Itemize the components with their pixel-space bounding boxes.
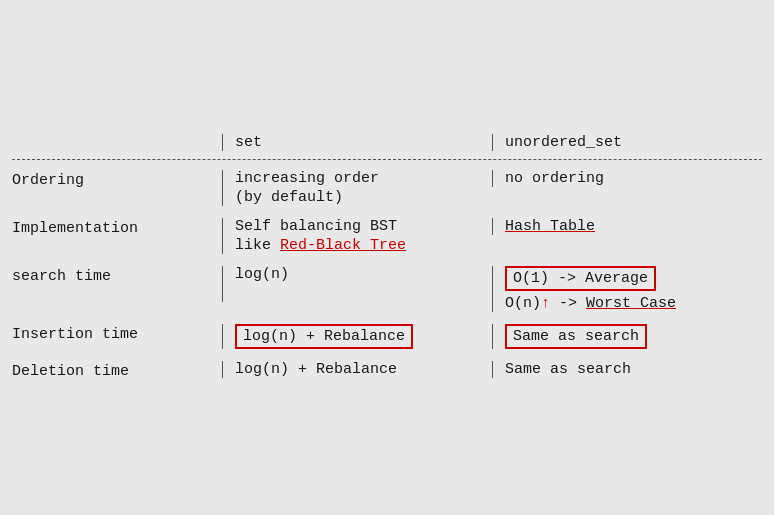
red-black-tree-text: Red-Black Tree [280,237,406,254]
insertion-unordered-box: Same as search [505,324,647,349]
header-set-title: set [235,134,262,151]
insertion-set-box: log(n) + Rebalance [235,324,413,349]
search-time-row: search time log(n) O(1) -> Average O(n)↑… [12,260,762,318]
search-time-set: log(n) [222,266,492,302]
header-set-col: set [222,134,492,151]
implementation-label: Implementation [12,218,222,237]
insertion-time-unordered: Same as search [492,324,762,349]
search-time-unordered: O(1) -> Average O(n)↑ -> Worst Case [492,266,762,312]
header-row: set unordered_set [12,130,762,155]
implementation-unordered: Hash Table [492,218,762,235]
deletion-time-unordered: Same as search [492,361,762,378]
worst-case-text: Worst Case [586,295,676,312]
search-time-label: search time [12,266,222,285]
ordering-set-line1: increasing order [235,170,492,187]
deletion-set-text: log(n) + Rebalance [235,361,397,378]
ordering-row: Ordering increasing order (by default) n… [12,164,762,212]
header-unordered-title: unordered_set [505,134,622,151]
ordering-set: increasing order (by default) [222,170,492,206]
deletion-time-row: Deletion time log(n) + Rebalance Same as… [12,355,762,386]
ordering-set-line2: (by default) [235,189,492,206]
ordering-unordered: no ordering [492,170,762,187]
hash-table-text: Hash Table [505,218,595,235]
deletion-unordered-text: Same as search [505,361,631,378]
deletion-time-label: Deletion time [12,361,222,380]
implementation-row: Implementation Self balancing BST like R… [12,212,762,260]
insertion-time-set: log(n) + Rebalance [222,324,492,349]
insertion-time-label: Insertion time [12,324,222,343]
search-worst-line: O(n)↑ -> Worst Case [505,295,676,312]
ordering-unordered-line1: no ordering [505,170,604,187]
implementation-set: Self balancing BST like Red-Black Tree [222,218,492,254]
implementation-set-line2: like Red-Black Tree [235,237,492,254]
header-divider [12,159,762,160]
implementation-set-line1: Self balancing BST [235,218,492,235]
search-time-set-line1: log(n) [235,266,492,283]
search-average-box: O(1) -> Average [505,266,656,291]
comparison-table: set unordered_set Ordering increasing or… [0,120,774,396]
header-unordered-col: unordered_set [492,134,762,151]
insertion-time-row: Insertion time log(n) + Rebalance Same a… [12,318,762,355]
deletion-time-set: log(n) + Rebalance [222,361,492,378]
ordering-label: Ordering [12,170,222,189]
